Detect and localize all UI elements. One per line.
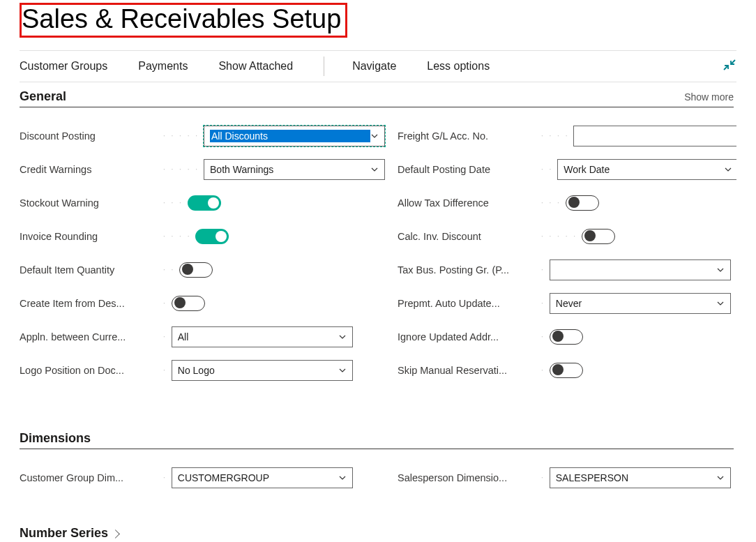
toggle-calc-inv-discount[interactable] [582, 229, 615, 244]
section-title-general[interactable]: General [20, 89, 66, 104]
label-stockout-warning: Stockout Warning [20, 197, 159, 209]
section-title-number-series[interactable]: Number Series [20, 526, 734, 541]
section-title-dimensions[interactable]: Dimensions [20, 431, 91, 446]
select-value-appln-between-curr: All [178, 331, 338, 342]
toolbar-payments[interactable]: Payments [138, 60, 188, 73]
toggle-invoice-rounding[interactable] [195, 229, 229, 244]
toggle-ignore-updated-addr[interactable] [550, 329, 583, 345]
label-freight-gl: Freight G/L Acc. No. [398, 130, 537, 142]
chevron-down-icon [716, 266, 725, 274]
toolbar-show-attached[interactable]: Show Attached [218, 60, 293, 73]
label-discount-posting: Discount Posting [20, 130, 159, 142]
toggle-allow-tax-diff[interactable] [566, 195, 599, 211]
label-ignore-updated-addr: Ignore Updated Addr... [398, 331, 537, 342]
label-invoice-rounding: Invoice Rounding [20, 231, 159, 242]
label-prepmt-auto-update: Prepmt. Auto Update... [398, 298, 537, 309]
select-value-logo-position: No Logo [178, 365, 338, 376]
chevron-down-icon [716, 299, 725, 308]
chevron-down-icon [338, 474, 347, 482]
label-tax-bus-posting-gr: Tax Bus. Posting Gr. (P... [398, 264, 537, 276]
dimensions-fields: Customer Group Dim... · CUSTOMERGROUP Sa… [20, 467, 734, 501]
general-right-col: Freight G/L Acc. No. · · · · Default Pos… [398, 126, 734, 393]
content-scroll[interactable]: General Show more Discount Posting · · ·… [20, 82, 736, 542]
section-header-general: General Show more [20, 89, 734, 107]
label-logo-position: Logo Position on Doc... [20, 365, 159, 376]
label-calc-inv-discount: Calc. Inv. Discount [398, 231, 537, 242]
select-value-credit-warnings: Both Warnings [210, 164, 370, 175]
chevron-down-icon [724, 165, 732, 174]
select-discount-posting[interactable]: All Discounts [204, 126, 385, 146]
chevron-down-icon [338, 333, 347, 341]
select-value-prepmt-auto-update: Never [556, 298, 716, 309]
select-freight-gl[interactable] [573, 126, 736, 146]
toggle-skip-manual-reserv[interactable] [550, 363, 583, 378]
select-credit-warnings[interactable]: Both Warnings [204, 159, 385, 180]
toolbar: Customer Groups Payments Show Attached N… [20, 50, 736, 82]
select-customer-group-dim[interactable]: CUSTOMERGROUP [172, 467, 353, 488]
label-appln-between-curr: Appln. between Curre... [20, 331, 159, 342]
toolbar-less-options[interactable]: Less options [427, 60, 490, 73]
chevron-down-icon [716, 474, 725, 482]
select-tax-bus-posting-gr[interactable] [550, 259, 731, 280]
select-appln-between-curr[interactable]: All [172, 326, 353, 347]
general-fields: Discount Posting · · · · · All Discounts… [20, 126, 734, 393]
label-salesperson-dim: Salesperson Dimensio... [398, 472, 537, 483]
label-skip-manual-reserv: Skip Manual Reservati... [398, 365, 537, 376]
label-customer-group-dim: Customer Group Dim... [20, 472, 159, 483]
label-credit-warnings: Credit Warnings [20, 164, 159, 175]
select-value-salesperson-dim: SALESPERSON [556, 472, 716, 483]
chevron-down-icon [338, 366, 347, 375]
page-title: Sales & Receivables Setup [22, 5, 341, 34]
select-prepmt-auto-update[interactable]: Never [550, 293, 731, 314]
toggle-stockout-warning[interactable] [188, 195, 221, 211]
toolbar-customer-groups[interactable]: Customer Groups [20, 60, 107, 73]
toolbar-divider [324, 57, 324, 76]
chevron-down-icon [370, 132, 379, 140]
select-value-default-posting-date: Work Date [564, 164, 724, 175]
collapse-icon[interactable] [723, 58, 736, 72]
label-default-item-qty: Default Item Quantity [20, 264, 159, 276]
show-more-general[interactable]: Show more [684, 91, 734, 103]
general-left-col: Discount Posting · · · · · All Discounts… [20, 126, 356, 393]
toggle-create-item-from-desc[interactable] [172, 296, 205, 311]
select-value-customer-group-dim: CUSTOMERGROUP [178, 472, 338, 483]
chevron-down-icon [370, 165, 379, 174]
label-create-item-from-desc: Create Item from Des... [20, 298, 159, 309]
select-value-discount-posting: All Discounts [210, 130, 370, 142]
toggle-default-item-qty[interactable] [179, 262, 213, 278]
select-logo-position[interactable]: No Logo [172, 360, 353, 381]
select-salesperson-dim[interactable]: SALESPERSON [550, 467, 731, 488]
section-header-dimensions: Dimensions [20, 431, 734, 449]
page-title-highlight: Sales & Receivables Setup [20, 3, 347, 38]
label-allow-tax-diff: Allow Tax Difference [398, 197, 537, 209]
label-default-posting-date: Default Posting Date [398, 164, 537, 175]
select-default-posting-date[interactable]: Work Date [557, 159, 736, 180]
toolbar-navigate[interactable]: Navigate [352, 60, 396, 73]
